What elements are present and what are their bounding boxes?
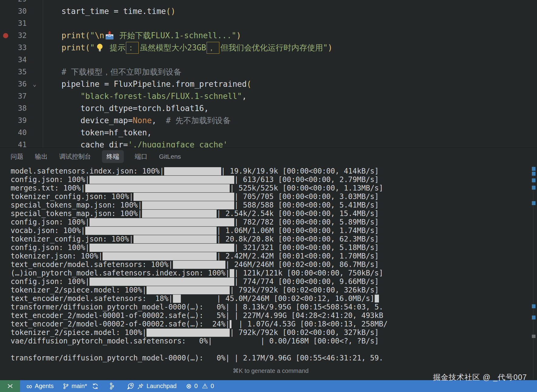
- progress-bar: [85, 227, 217, 235]
- progress-bar-fill: [164, 167, 221, 175]
- download-stats: | 588/588 [00:00<00:00, 5.41MB/s]: [234, 201, 379, 209]
- agents-item[interactable]: ∞ Agents: [26, 383, 54, 390]
- terminal-line: text_encoder_2/model-00002-of-00002.safe…: [11, 320, 537, 328]
- code-text: token=hf_token,: [42, 128, 152, 137]
- code-line: 31: [0, 17, 537, 29]
- code-token: device_map=: [42, 116, 133, 125]
- terminal-line: vae/diffusion_pytorch_model.safetensors:…: [11, 337, 537, 345]
- scrollbar-command-mark[interactable]: [532, 304, 535, 308]
- download-stats: | 227M/4.99G [04:28<2:41:20, 493kB: [234, 311, 383, 320]
- code-token: 但我们会优化运行时内存使用: [221, 42, 323, 53]
- code-text: cache_dir='./huggingface_cache': [42, 140, 228, 147]
- download-stats: | 782/782 [00:00<00:00, 5.89MB/s]: [234, 218, 379, 226]
- download-label: text_encoder/model.safetensors: 18%|: [11, 294, 173, 303]
- panel-tab-debug-console[interactable]: 调试控制台: [59, 150, 92, 163]
- launchpad-item[interactable]: Launchpad: [127, 382, 177, 390]
- download-stats: | 246M/246M [00:02<00:00, 86.7MB/s]: [225, 260, 379, 269]
- code-token: # 先不加载到设备: [166, 115, 231, 126]
- download-label: text_encoder_2/model-00001-of-00002.safe…: [11, 311, 234, 320]
- commit-graph-icon: [109, 383, 114, 390]
- download-stats: | 121k/121k [00:00<00:00, 750kB/s]: [234, 269, 383, 277]
- terminal-line: config.json: 100%|| 613/613 [00:00<00:00…: [11, 175, 537, 184]
- panel-tab-output[interactable]: 输出: [34, 150, 48, 163]
- line-number: 35: [11, 68, 27, 76]
- scrollbar-command-mark[interactable]: [532, 201, 535, 205]
- problems-item[interactable]: ⊗ 0 ⚠ 0: [186, 382, 214, 390]
- terminal-line: vocab.json: 100%|| 1.06M/1.06M [00:00<00…: [11, 226, 537, 235]
- breakpoint-icon[interactable]: [3, 33, 8, 38]
- code-line: 36⌄ pipeline = FluxPipeline.from_pretrai…: [0, 78, 537, 90]
- download-stats: | 705/705 [00:00<00:00, 3.03MB/s]: [234, 192, 379, 201]
- terminal-scrollbar[interactable]: [533, 165, 533, 379]
- code-line: 39 device_map=None, # 先不加载到设备: [0, 114, 537, 127]
- panel-tab-ports[interactable]: 端口: [134, 150, 148, 163]
- progress-bar-fill: [133, 193, 234, 201]
- code-token: \n: [95, 31, 104, 40]
- download-stats: | 45.0M/246M [00:02<00:12, 16.0MB/s]: [217, 294, 374, 303]
- code-token: [42, 31, 62, 40]
- progress-bar-fill: [173, 295, 181, 303]
- code-text: print(" 提示：虽然模型大小23GB，但我们会优化运行时内存使用"): [42, 42, 333, 54]
- git-branch-icon: [63, 383, 69, 390]
- code-token: start_time = time.time: [42, 7, 166, 16]
- progress-bar-fill: [90, 218, 234, 226]
- line-number: 33: [11, 43, 27, 52]
- warnings-count: 0: [211, 383, 214, 390]
- code-token: ): [328, 43, 333, 52]
- remote-indicator[interactable]: [0, 380, 20, 392]
- download-label: tokenizer.json: 100%|: [11, 252, 103, 260]
- terminal-line: transformer/diffusion_pytorch_model-0000…: [11, 354, 537, 362]
- progress-bar-fill: [103, 252, 217, 260]
- commit-graph-item[interactable]: [109, 383, 114, 390]
- sync-icon: [92, 383, 99, 390]
- progress-bar-fill: [85, 227, 217, 235]
- terminal-line: tokenizer_config.json: 100%|| 20.8k/20.8…: [11, 235, 537, 243]
- download-label: config.json: 100%|: [11, 243, 90, 252]
- terminal-line: tokenizer_2/spiece.model: 100%|| 792k/79…: [11, 328, 537, 337]
- launchpad-label: Launchpad: [147, 383, 177, 390]
- panel-tab-problems[interactable]: 问题: [10, 150, 24, 163]
- command-hint: ⌘K to generate a command: [233, 367, 309, 374]
- fold-chevron-icon[interactable]: ⌄: [27, 80, 42, 88]
- scrollbar-command-mark[interactable]: [532, 178, 535, 182]
- code-token: ): [236, 31, 241, 40]
- progress-bar-fill: [230, 269, 234, 277]
- branch-item[interactable]: main*: [63, 383, 99, 390]
- watermark: 掘金技术社区 @ _代号007: [433, 372, 527, 382]
- errors-count: 0: [194, 383, 198, 390]
- download-label: vocab.json: 100%|: [11, 226, 85, 235]
- download-label: tokenizer_config.json: 100%|: [11, 192, 133, 201]
- panel-tab-terminal[interactable]: 终端: [102, 150, 124, 163]
- code-editor[interactable]: 2930 start_time = time.time()3132 print(…: [0, 0, 537, 147]
- code-token: ": [90, 31, 95, 40]
- code-line: 29: [0, 0, 537, 5]
- terminal-line: merges.txt: 100%|| 525k/525k [00:00<00:0…: [11, 184, 537, 192]
- terminal-line: tokenizer_config.json: 100%|| 705/705 [0…: [11, 192, 537, 201]
- terminal-line: [11, 345, 537, 354]
- progress-bar: [212, 337, 261, 345]
- errors-icon: ⊗: [186, 382, 191, 390]
- inbox-tray-emoji: [105, 31, 114, 40]
- terminal-output[interactable]: model.safetensors.index.json: 100%|| 19.…: [11, 167, 537, 362]
- scrollbar-thumb[interactable]: [532, 335, 535, 338]
- code-token: cache_dir=: [42, 140, 128, 147]
- panel-tab-gitlens[interactable]: GitLens: [158, 151, 181, 162]
- code-token: [42, 67, 62, 76]
- terminal-line: (…)ion_pytorch_model.safetensors.index.j…: [11, 269, 537, 277]
- code-text: device_map=None, # 先不加载到设备: [42, 115, 231, 126]
- line-number: 38: [11, 104, 27, 113]
- scrollbar-command-mark[interactable]: [532, 167, 535, 171]
- scrollbar-command-mark[interactable]: [532, 186, 535, 190]
- breakpoint-margin[interactable]: [0, 33, 11, 38]
- terminal-line: config.json: 100%|| 774/774 [00:00<00:00…: [11, 277, 537, 286]
- download-label: tokenizer_2/spiece.model: 100%|: [11, 286, 147, 294]
- scrollbar-command-mark[interactable]: [532, 172, 535, 176]
- code-line: 38 torch_dtype=torch.bfloat16,: [0, 102, 537, 114]
- code-token: print: [62, 31, 85, 40]
- scrollbar-command-mark[interactable]: [532, 316, 535, 319]
- agents-label: Agents: [35, 383, 54, 390]
- vscode-window: { "editor": { "lines": [ {"num":"29","se…: [0, 0, 537, 392]
- code-token: ": [323, 43, 328, 52]
- progress-bar-fill: [142, 201, 234, 209]
- light-bulb-emoji: [95, 43, 104, 52]
